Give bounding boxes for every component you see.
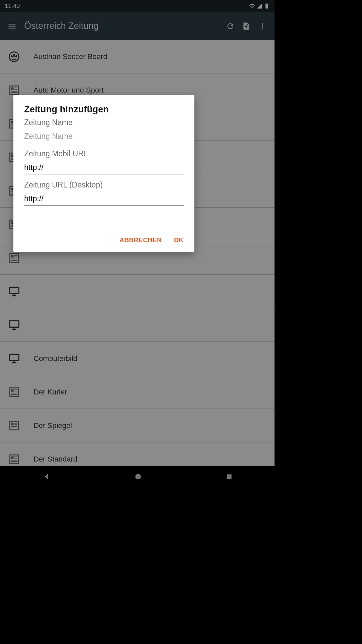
cancel-button[interactable]: ABBRECHEN [120,236,162,244]
ok-button[interactable]: OK [174,236,184,244]
name-label: Zeitung Name [24,118,184,127]
mobile-url-field[interactable] [24,158,184,174]
desktop-url-label: Zeitung URL (Desktop) [24,180,184,190]
mobile-url-label: Zeitung Mobil URL [24,149,184,158]
dialog-actions: ABBRECHEN OK [13,219,194,252]
dialog-title: Zeitung hinzufügen [24,104,184,115]
add-newspaper-dialog: Zeitung hinzufügen Zeitung Name Zeitung … [13,95,194,252]
desktop-url-field[interactable] [24,190,184,206]
name-field[interactable] [24,127,184,143]
